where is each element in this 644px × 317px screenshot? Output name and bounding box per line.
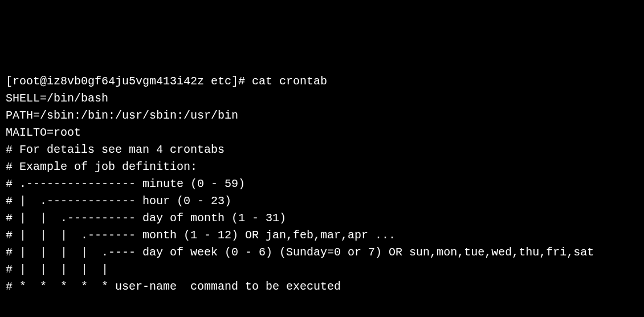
output-line-dayofmonth: # | | .---------- day of month (1 - 31) — [6, 210, 638, 227]
output-line-month: # | | | .------- month (1 - 12) OR jan,f… — [6, 227, 638, 244]
shell-prompt: [root@iz8vb0gf64ju5vgm413i42z etc]# — [6, 75, 252, 88]
output-line-stars: # * * * * * user-name command to be exec… — [6, 278, 638, 295]
output-line-comment-details: # For details see man 4 crontabs — [6, 141, 638, 158]
output-line-comment-example: # Example of job definition: — [6, 158, 638, 176]
output-line-dayofweek: # | | | | .---- day of week (0 - 6) (Sun… — [6, 244, 638, 261]
output-line-path: PATH=/sbin:/bin:/usr/sbin:/usr/bin — [6, 107, 638, 124]
output-line-mailto: MAILTO=root — [6, 124, 638, 141]
output-line-minute: # .---------------- minute (0 - 59) — [6, 176, 638, 193]
output-line-pipes: # | | | | | — [6, 261, 638, 278]
command-text: cat crontab — [252, 75, 327, 88]
command-line: [root@iz8vb0gf64ju5vgm413i42z etc]# cat … — [6, 73, 638, 90]
output-line-shell: SHELL=/bin/bash — [6, 90, 638, 107]
output-line-hour: # | .------------- hour (0 - 23) — [6, 193, 638, 210]
